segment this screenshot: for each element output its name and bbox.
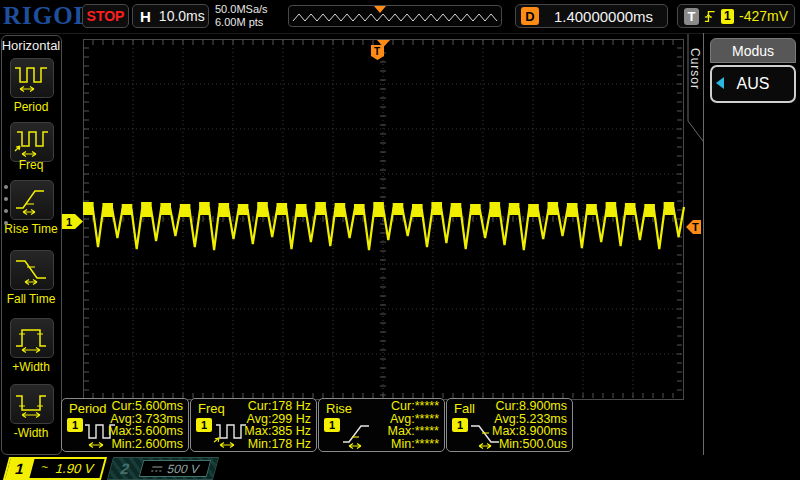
svg-text:T: T [374,46,380,57]
measurement-row: Cur:5.600ms [108,400,183,413]
acquisition-info: 50.0MSa/s 6.00M pts [215,3,268,29]
top-status-bar: RIGOL STOP H 10.0ms 50.0MSa/s 6.00M pts … [0,0,800,34]
svg-text:1: 1 [66,216,72,228]
rigol-logo: RIGOL [3,2,91,30]
sidebar-item-freq[interactable] [10,122,54,162]
oscilloscope-screen: RIGOL STOP H 10.0ms 50.0MSa/s 6.00M pts … [0,0,800,480]
cursor-menu: Modus AUS [710,38,796,103]
menu-title: Modus [710,38,796,63]
sidebar-label-plus-width: +Width [0,360,62,374]
measurement-row: Min:500.0us [492,438,567,451]
sidebar-item-fall-time[interactable] [10,250,54,290]
horizontal-menu-title: Horizontal [0,38,62,53]
channel-status-bar: 1 ~ 1.90 V 2 500 V [0,455,800,480]
page-indicator-dot [4,185,8,189]
channel-badge: 1 [324,418,340,432]
trigger-box[interactable]: T 1 -427mV [677,4,795,28]
fall-time-icon [14,255,50,285]
rise-time-icon [14,185,50,215]
cursor-mode-value: AUS [737,75,770,93]
sidebar-label-rise-time: Rise Time [0,222,62,236]
period-icon [14,63,50,93]
channel-badge: 1 [452,418,468,432]
page-indicator-dot [4,221,8,225]
trigger-level-value: -427mV [739,8,788,24]
sidebar-label-fall-time: Fall Time [0,292,62,306]
trigger-label: T [684,8,699,25]
measurement-row: Cur:8.900ms [492,400,567,413]
sidebar-item-period[interactable] [10,58,54,98]
measurement-fall: Fall 1 Cur:8.900ms Avg:5.233ms Max:8.900… [446,398,573,452]
sidebar-item-minus-width[interactable] [10,384,54,424]
delay-icon: D [521,7,539,25]
cursor-tab[interactable]: Cursor [688,48,702,90]
sidebar-label-freq: Freq [0,158,62,172]
preview-waveform [289,6,501,26]
measurement-title: Period [69,401,107,416]
delay-value: 1.40000000ms [545,8,662,25]
waveform-display[interactable]: 1TT [60,33,703,400]
measurement-period: Period 1 Cur:5.600ms Avg:3.733ms Max:5.6… [61,398,189,452]
horizontal-timebase-box[interactable]: H 10.0ms [132,4,209,28]
channel-2-badge[interactable]: 2 500 V [107,457,219,480]
sample-rate: 50.0MSa/s [215,3,268,16]
measurement-row: Cur:178 Hz [244,400,311,413]
channel-badge: 1 [67,418,83,432]
waveform-preview-bar[interactable] [288,5,502,27]
freq-icon [14,127,50,157]
measurement-row: Min:2.600ms [108,438,183,451]
page-indicator-dot [4,197,8,201]
plus-width-icon [14,323,50,353]
channel-1-scale: 1.90 V [54,461,96,476]
delay-box[interactable]: D 1.40000000ms [515,4,668,28]
measurement-freq: Freq 1 Cur:178 Hz Avg:299 Hz Max:385 Hz … [190,398,317,452]
timebase-label: H [140,8,151,25]
channel-1-number: 1 [5,459,34,478]
cursor-mode-button[interactable]: AUS [710,65,796,103]
sidebar-item-rise-time[interactable] [10,180,54,220]
minus-width-icon [14,389,50,419]
channel-2-scale: 500 V [166,462,201,476]
run-stop-status[interactable]: STOP [82,4,129,28]
svg-text:T: T [692,221,699,233]
channel-1-badge[interactable]: 1 ~ 1.90 V [3,457,107,480]
measurement-title: Rise [326,401,352,416]
channel-badge: 1 [196,418,212,432]
left-triangle-icon [716,77,724,89]
sidebar-label-period: Period [0,100,62,114]
measurement-title: Fall [454,401,475,416]
channel-2-number: 2 [119,460,132,477]
channel-2-scale-box: 500 V [139,460,212,477]
sidebar-label-minus-width: -Width [0,426,62,440]
rise-icon [341,421,377,449]
memory-depth: 6.00M pts [215,16,268,29]
ac-coupling-icon: ~ [40,460,51,474]
measurement-row: Cur:***** [388,400,439,413]
measurement-row: Min:178 Hz [244,438,311,451]
trigger-source-badge: 1 [721,9,734,24]
measurement-rise: Rise 1 Cur:***** Avg:***** Max:***** Min… [318,398,445,452]
page-indicator-dot [4,209,8,213]
rising-edge-icon [704,8,716,25]
measurement-row: Min:***** [388,438,439,451]
dc-coupling-icon [150,465,164,473]
measurement-title: Freq [198,401,225,416]
sidebar-item-plus-width[interactable] [10,318,54,358]
timebase-value: 10.0ms [159,8,205,24]
